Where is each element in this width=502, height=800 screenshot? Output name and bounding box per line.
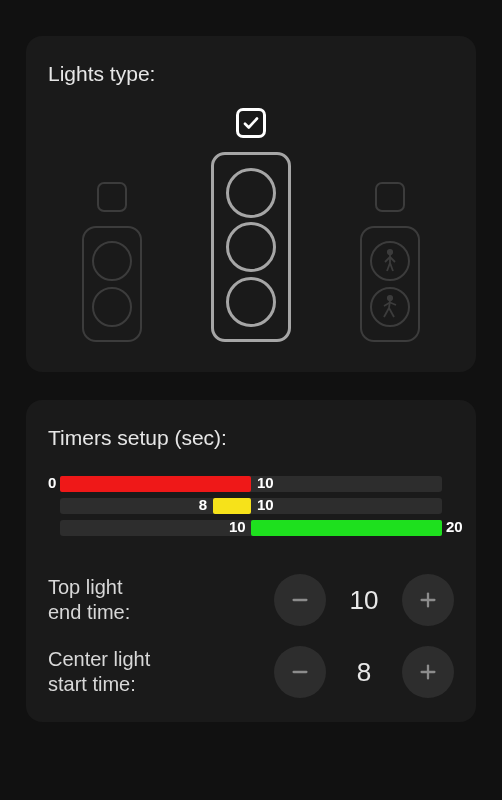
minus-icon xyxy=(289,589,311,611)
minus-button-top-end[interactable] xyxy=(274,574,326,626)
plus-button-top-end[interactable] xyxy=(402,574,454,626)
segment-red[interactable] xyxy=(60,476,251,492)
svg-point-6 xyxy=(387,295,391,299)
lights-type-title: Lights type: xyxy=(48,62,454,86)
stepper-top-end: 10 xyxy=(274,574,454,626)
stepper-row-top-end: Top light end time: 10 xyxy=(48,574,454,626)
light-circle xyxy=(92,287,132,327)
traffic-light-pedestrian-icon xyxy=(360,226,420,342)
traffic-light-two-icon xyxy=(82,226,142,342)
label-green-end: 20 xyxy=(446,518,463,535)
label-yellow-end: 10 xyxy=(257,496,274,513)
pedestrian-walk-icon xyxy=(370,287,410,327)
plus-icon xyxy=(417,661,439,683)
plus-button-center-start[interactable] xyxy=(402,646,454,698)
minus-icon xyxy=(289,661,311,683)
light-option-pedestrian[interactable] xyxy=(360,182,420,342)
label-red-start: 0 xyxy=(48,474,56,491)
stepper-center-start: 8 xyxy=(274,646,454,698)
lights-type-row xyxy=(48,108,454,342)
stepper-label-top-end: Top light end time: xyxy=(48,575,274,625)
stepper-row-center-start: Center light start time: 8 xyxy=(48,646,454,698)
segment-green[interactable] xyxy=(251,520,442,536)
stepper-value-top-end: 10 xyxy=(344,585,384,616)
light-option-three[interactable] xyxy=(211,108,291,342)
timers-timeline[interactable]: 0 10 8 10 10 20 xyxy=(48,472,454,544)
light-circle xyxy=(92,241,132,281)
timers-card: Timers setup (sec): 0 10 8 10 10 20 Top … xyxy=(26,400,476,722)
light-circle xyxy=(226,222,276,272)
svg-line-7 xyxy=(389,300,390,308)
svg-line-5 xyxy=(390,263,393,271)
svg-line-10 xyxy=(384,308,389,317)
light-option-two[interactable] xyxy=(82,182,142,342)
timers-title: Timers setup (sec): xyxy=(48,426,454,450)
segment-yellow[interactable] xyxy=(213,498,251,514)
checkbox-three-light[interactable] xyxy=(236,108,266,138)
label-red-end: 10 xyxy=(257,474,274,491)
label-yellow-start: 8 xyxy=(199,496,207,513)
checkbox-pedestrian[interactable] xyxy=(375,182,405,212)
light-circle xyxy=(226,168,276,218)
svg-point-0 xyxy=(387,250,391,254)
stepper-value-center-start: 8 xyxy=(344,657,384,688)
plus-icon xyxy=(417,589,439,611)
timeline-track-yellow xyxy=(60,498,442,514)
pedestrian-stand-icon xyxy=(370,241,410,281)
label-green-start: 10 xyxy=(229,518,246,535)
checkbox-two-light[interactable] xyxy=(97,182,127,212)
svg-line-11 xyxy=(389,308,394,317)
minus-button-center-start[interactable] xyxy=(274,646,326,698)
stepper-label-center-start: Center light start time: xyxy=(48,647,274,697)
light-circle xyxy=(226,277,276,327)
svg-line-9 xyxy=(390,302,396,305)
lights-type-card: Lights type: xyxy=(26,36,476,372)
check-icon xyxy=(242,114,260,132)
traffic-light-three-icon xyxy=(211,152,291,342)
